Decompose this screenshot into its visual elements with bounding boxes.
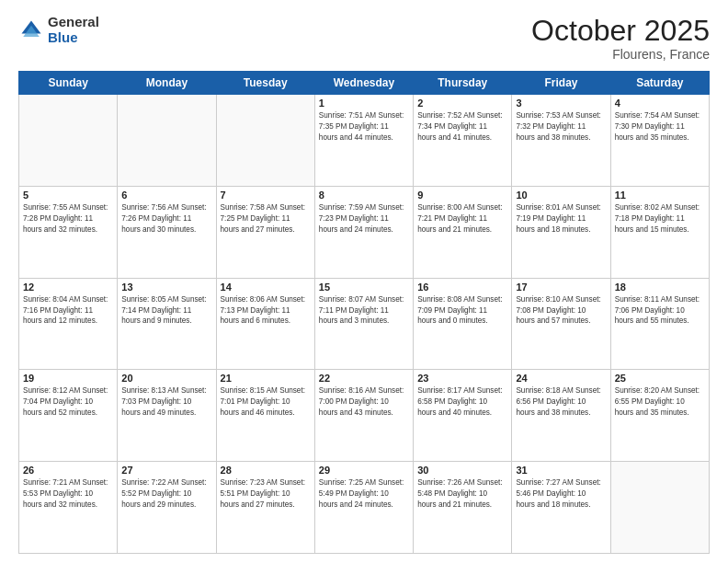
day-number: 21 [221, 373, 311, 384]
day-number: 9 [417, 190, 507, 201]
table-row [118, 95, 216, 187]
col-monday: Monday [118, 72, 216, 95]
logo-blue-text: Blue [48, 30, 99, 46]
day-info: Sunrise: 7:25 AM Sunset: 5:49 PM Dayligh… [319, 477, 409, 511]
table-row: 23Sunrise: 8:17 AM Sunset: 6:58 PM Dayli… [414, 370, 512, 462]
table-row: 21Sunrise: 8:15 AM Sunset: 7:01 PM Dayli… [216, 370, 314, 462]
day-number: 8 [319, 190, 409, 201]
calendar-week-row: 1Sunrise: 7:51 AM Sunset: 7:35 PM Daylig… [19, 95, 710, 187]
table-row: 18Sunrise: 8:11 AM Sunset: 7:06 PM Dayli… [610, 278, 709, 370]
table-row: 16Sunrise: 8:08 AM Sunset: 7:09 PM Dayli… [414, 278, 512, 370]
day-number: 2 [417, 98, 507, 109]
day-info: Sunrise: 8:13 AM Sunset: 7:03 PM Dayligh… [121, 385, 211, 419]
table-row: 7Sunrise: 7:58 AM Sunset: 7:25 PM Daylig… [216, 186, 314, 278]
table-row: 24Sunrise: 8:18 AM Sunset: 6:56 PM Dayli… [512, 370, 610, 462]
table-row: 27Sunrise: 7:22 AM Sunset: 5:52 PM Dayli… [118, 462, 216, 554]
logo: General Blue [18, 15, 99, 45]
table-row [610, 462, 709, 554]
day-info: Sunrise: 8:10 AM Sunset: 7:08 PM Dayligh… [516, 294, 606, 327]
day-info: Sunrise: 8:07 AM Sunset: 7:11 PM Dayligh… [319, 294, 409, 327]
table-row: 17Sunrise: 8:10 AM Sunset: 7:08 PM Dayli… [512, 278, 610, 370]
table-row: 29Sunrise: 7:25 AM Sunset: 5:49 PM Dayli… [314, 462, 413, 554]
day-number: 11 [615, 190, 705, 201]
day-info: Sunrise: 8:20 AM Sunset: 6:55 PM Dayligh… [615, 385, 705, 419]
table-row: 12Sunrise: 8:04 AM Sunset: 7:16 PM Dayli… [19, 278, 118, 370]
table-row: 5Sunrise: 7:55 AM Sunset: 7:28 PM Daylig… [19, 186, 118, 278]
day-info: Sunrise: 8:16 AM Sunset: 7:00 PM Dayligh… [319, 385, 409, 419]
col-tuesday: Tuesday [216, 72, 314, 95]
day-info: Sunrise: 8:04 AM Sunset: 7:16 PM Dayligh… [23, 294, 113, 327]
table-row: 6Sunrise: 7:56 AM Sunset: 7:26 PM Daylig… [118, 186, 216, 278]
col-friday: Friday [512, 72, 610, 95]
title-block: October 2025 Flourens, France [531, 15, 710, 62]
table-row: 20Sunrise: 8:13 AM Sunset: 7:03 PM Dayli… [118, 370, 216, 462]
day-number: 27 [121, 465, 211, 476]
day-number: 5 [23, 190, 113, 201]
logo-general-text: General [48, 15, 99, 30]
day-info: Sunrise: 8:06 AM Sunset: 7:13 PM Dayligh… [221, 294, 311, 327]
calendar-week-row: 12Sunrise: 8:04 AM Sunset: 7:16 PM Dayli… [19, 278, 710, 370]
col-sunday: Sunday [19, 72, 118, 95]
day-number: 28 [221, 465, 311, 476]
table-row: 14Sunrise: 8:06 AM Sunset: 7:13 PM Dayli… [216, 278, 314, 370]
day-info: Sunrise: 7:53 AM Sunset: 7:32 PM Dayligh… [516, 110, 606, 144]
day-info: Sunrise: 8:12 AM Sunset: 7:04 PM Dayligh… [23, 385, 113, 419]
table-row: 4Sunrise: 7:54 AM Sunset: 7:30 PM Daylig… [610, 95, 709, 187]
table-row: 15Sunrise: 8:07 AM Sunset: 7:11 PM Dayli… [314, 278, 413, 370]
day-number: 6 [121, 190, 211, 201]
day-info: Sunrise: 8:08 AM Sunset: 7:09 PM Dayligh… [417, 294, 507, 327]
day-info: Sunrise: 8:11 AM Sunset: 7:06 PM Dayligh… [615, 294, 705, 327]
month-title: October 2025 [531, 15, 710, 47]
table-row: 2Sunrise: 7:52 AM Sunset: 7:34 PM Daylig… [414, 95, 512, 187]
table-row: 1Sunrise: 7:51 AM Sunset: 7:35 PM Daylig… [314, 95, 413, 187]
table-row: 19Sunrise: 8:12 AM Sunset: 7:04 PM Dayli… [19, 370, 118, 462]
day-number: 16 [417, 282, 507, 293]
day-number: 10 [516, 190, 606, 201]
day-info: Sunrise: 7:54 AM Sunset: 7:30 PM Dayligh… [615, 110, 705, 144]
location-subtitle: Flourens, France [531, 47, 710, 62]
day-info: Sunrise: 7:22 AM Sunset: 5:52 PM Dayligh… [121, 477, 211, 511]
day-info: Sunrise: 8:05 AM Sunset: 7:14 PM Dayligh… [121, 294, 211, 327]
calendar-week-row: 5Sunrise: 7:55 AM Sunset: 7:28 PM Daylig… [19, 186, 710, 278]
day-info: Sunrise: 7:58 AM Sunset: 7:25 PM Dayligh… [221, 202, 311, 236]
day-info: Sunrise: 7:27 AM Sunset: 5:46 PM Dayligh… [516, 477, 606, 511]
table-row: 11Sunrise: 8:02 AM Sunset: 7:18 PM Dayli… [610, 186, 709, 278]
day-number: 3 [516, 98, 606, 109]
table-row [216, 95, 314, 187]
calendar-header-row: Sunday Monday Tuesday Wednesday Thursday… [19, 72, 710, 95]
day-number: 23 [417, 373, 507, 384]
day-number: 31 [516, 465, 606, 476]
day-info: Sunrise: 8:01 AM Sunset: 7:19 PM Dayligh… [516, 202, 606, 236]
logo-icon [18, 17, 44, 43]
logo-text: General Blue [48, 15, 99, 45]
calendar-week-row: 19Sunrise: 8:12 AM Sunset: 7:04 PM Dayli… [19, 370, 710, 462]
table-row: 10Sunrise: 8:01 AM Sunset: 7:19 PM Dayli… [512, 186, 610, 278]
table-row: 13Sunrise: 8:05 AM Sunset: 7:14 PM Dayli… [118, 278, 216, 370]
day-number: 22 [319, 373, 409, 384]
day-number: 7 [221, 190, 311, 201]
day-info: Sunrise: 8:00 AM Sunset: 7:21 PM Dayligh… [417, 202, 507, 236]
page: General Blue October 2025 Flourens, Fran… [0, 0, 728, 563]
table-row: 25Sunrise: 8:20 AM Sunset: 6:55 PM Dayli… [610, 370, 709, 462]
day-number: 26 [23, 465, 113, 476]
day-info: Sunrise: 7:59 AM Sunset: 7:23 PM Dayligh… [319, 202, 409, 236]
day-info: Sunrise: 8:18 AM Sunset: 6:56 PM Dayligh… [516, 385, 606, 419]
day-number: 19 [23, 373, 113, 384]
day-info: Sunrise: 7:21 AM Sunset: 5:53 PM Dayligh… [23, 477, 113, 511]
day-number: 14 [221, 282, 311, 293]
day-info: Sunrise: 8:15 AM Sunset: 7:01 PM Dayligh… [221, 385, 311, 419]
table-row [19, 95, 118, 187]
day-number: 13 [121, 282, 211, 293]
day-number: 24 [516, 373, 606, 384]
day-info: Sunrise: 7:51 AM Sunset: 7:35 PM Dayligh… [319, 110, 409, 144]
day-info: Sunrise: 7:26 AM Sunset: 5:48 PM Dayligh… [417, 477, 507, 511]
table-row: 31Sunrise: 7:27 AM Sunset: 5:46 PM Dayli… [512, 462, 610, 554]
col-saturday: Saturday [610, 72, 709, 95]
col-wednesday: Wednesday [314, 72, 413, 95]
day-number: 18 [615, 282, 705, 293]
day-info: Sunrise: 7:52 AM Sunset: 7:34 PM Dayligh… [417, 110, 507, 144]
day-info: Sunrise: 7:56 AM Sunset: 7:26 PM Dayligh… [121, 202, 211, 236]
day-info: Sunrise: 8:17 AM Sunset: 6:58 PM Dayligh… [417, 385, 507, 419]
table-row: 30Sunrise: 7:26 AM Sunset: 5:48 PM Dayli… [414, 462, 512, 554]
day-number: 4 [615, 98, 705, 109]
